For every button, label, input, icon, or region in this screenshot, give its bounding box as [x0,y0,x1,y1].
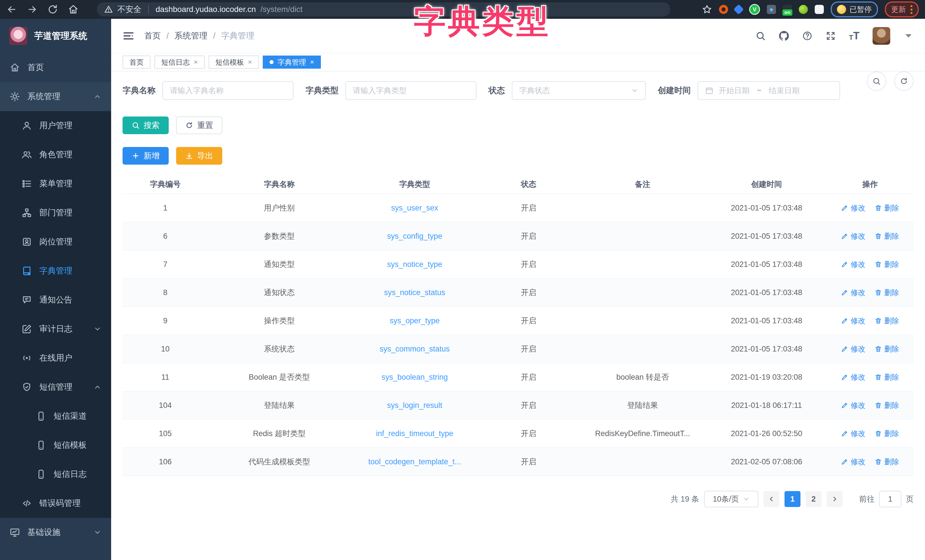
delete-link[interactable]: 删除 [875,288,899,298]
breadcrumb-item[interactable]: 首页 [144,30,161,42]
extension-leaf-icon[interactable] [799,5,808,14]
tab-首页[interactable]: 首页 [122,56,151,69]
edit-link[interactable]: 修改 [841,259,865,269]
search-button[interactable]: 搜索 [122,116,169,134]
page-button-1[interactable]: 1 [785,491,800,507]
back-icon[interactable] [6,4,17,15]
browser-menu-dots-icon[interactable] [910,5,913,14]
chevron-up-icon [93,93,101,101]
edit-link[interactable]: 修改 [841,231,865,241]
close-tab-icon[interactable]: × [310,58,314,66]
sidebar-item-system[interactable]: 系统管理 [0,82,111,111]
sidebar-item-sms[interactable]: 短信管理 [0,373,111,402]
show-search-toggle-button[interactable] [867,71,886,91]
cell-type-link[interactable]: sys_config_type [351,232,479,241]
edit-link[interactable]: 修改 [841,344,865,354]
cell-type-link[interactable]: tool_codegen_template_t... [351,458,479,466]
edit-link[interactable]: 修改 [841,429,865,439]
edit-link[interactable]: 修改 [841,400,865,411]
sidebar-item-dict[interactable]: 字典管理 [0,256,111,285]
delete-link[interactable]: 删除 [875,231,899,241]
edit-link[interactable]: 修改 [841,203,865,213]
extension-gem-icon[interactable] [734,4,744,15]
sidebar-item-sms-channel[interactable]: 短信渠道 [0,402,111,431]
delete-link[interactable]: 删除 [875,344,899,354]
extension-orange-icon[interactable] [719,5,728,14]
sidebar-item-sms-log[interactable]: 短信日志 [0,460,111,489]
collapse-sidebar-icon[interactable] [122,30,134,42]
app-logo[interactable]: 芋道管理系统 [0,19,111,53]
sidebar-item-post[interactable]: 岗位管理 [0,227,111,256]
cell-type-link[interactable]: sys_oper_type [351,316,479,325]
tab-短信日志[interactable]: 短信日志× [154,56,205,69]
tab-短信模板[interactable]: 短信模板× [209,56,259,69]
address-bar[interactable]: 不安全 dashboard.yudao.iocoder.cn/system/di… [97,2,670,17]
edit-link[interactable]: 修改 [841,372,865,382]
refresh-table-button[interactable] [894,71,914,91]
on-badge: on [782,9,792,16]
date-range-input[interactable]: 开始日期 ~ 结束日期 [698,81,840,100]
reset-button[interactable]: 重置 [176,116,222,134]
cell-type-link[interactable]: sys_notice_type [351,260,479,269]
sidebar-item-menu[interactable]: 菜单管理 [0,169,111,198]
sidebar-item-errcode[interactable]: 错误码管理 [0,489,111,518]
edit-link[interactable]: 修改 [841,288,865,298]
cell-type-link[interactable]: sys_login_result [351,401,479,410]
sidebar-item-notice[interactable]: 通知公告 [0,285,111,315]
sidebar-item-role[interactable]: 角色管理 [0,140,111,169]
sidebar-item-auditlog[interactable]: 审计日志 [0,315,111,343]
help-icon[interactable] [802,31,812,41]
add-button[interactable]: 新增 [122,147,169,165]
tab-字典管理[interactable]: 字典管理× [263,56,321,69]
delete-link[interactable]: 删除 [875,429,899,439]
user-menu-caret-icon[interactable] [903,31,914,41]
delete-link[interactable]: 删除 [875,259,899,269]
next-page-button[interactable] [827,491,843,507]
page-size-select[interactable]: 10条/页 [704,491,758,507]
page-button-2[interactable]: 2 [806,491,821,507]
extension-grid-icon[interactable]: ◆ [767,5,776,14]
cell-type-link[interactable]: sys_boolean_string [351,373,479,382]
forward-icon[interactable] [27,4,38,15]
sidebar-item-home[interactable]: 首页 [0,53,111,82]
fullscreen-icon[interactable] [826,31,836,41]
close-tab-icon[interactable]: × [194,58,198,66]
delete-link[interactable]: 删除 [875,400,899,411]
reload-icon[interactable] [47,4,58,15]
github-icon[interactable] [779,31,789,41]
edit-link[interactable]: 修改 [841,316,865,326]
dict-name-input[interactable]: 请输入字典名称 [163,81,294,100]
browser-update-button[interactable]: 更新 [885,2,919,17]
delete-link[interactable]: 删除 [875,372,899,382]
extension-on-icon[interactable]: on [783,5,792,14]
goto-page-input[interactable]: 1 [879,491,901,507]
cell-type-link[interactable]: sys_user_sex [351,204,479,212]
cell-type-link[interactable]: sys_common_status [351,345,479,354]
font-size-icon[interactable]: TT [849,31,859,41]
home-icon[interactable] [68,4,79,15]
sidebar-item-sms-template[interactable]: 短信模板 [0,431,111,460]
sidebar-item-infra[interactable]: 基础设施 [0,518,111,547]
edit-link[interactable]: 修改 [841,457,865,467]
bookmark-star-icon[interactable] [702,4,712,15]
delete-link[interactable]: 删除 [875,316,899,326]
delete-link[interactable]: 删除 [875,457,899,467]
breadcrumb: 首页/系统管理/字典管理 [144,30,254,42]
close-tab-icon[interactable]: × [248,58,252,66]
sidebar-item-dept[interactable]: 部门管理 [0,198,111,227]
paused-extension-button[interactable]: 已暂停 [831,2,878,17]
delete-link[interactable]: 删除 [875,203,899,213]
prev-page-button[interactable] [764,491,779,507]
extension-puzzle-icon[interactable] [815,5,824,14]
search-icon[interactable] [755,31,766,41]
sidebar-item-online[interactable]: 在线用户 [0,343,111,373]
sidebar-item-user[interactable]: 用户管理 [0,111,111,140]
dict-type-input[interactable]: 请输入字典类型 [345,81,476,100]
export-button[interactable]: 导出 [176,147,222,165]
extension-green-icon[interactable]: V [749,4,760,15]
breadcrumb-item[interactable]: 系统管理 [175,30,208,42]
cell-type-link[interactable]: inf_redis_timeout_type [351,429,479,438]
user-avatar[interactable] [872,27,890,45]
cell-type-link[interactable]: sys_notice_status [351,288,479,297]
status-select[interactable]: 字典状态 [512,81,646,100]
